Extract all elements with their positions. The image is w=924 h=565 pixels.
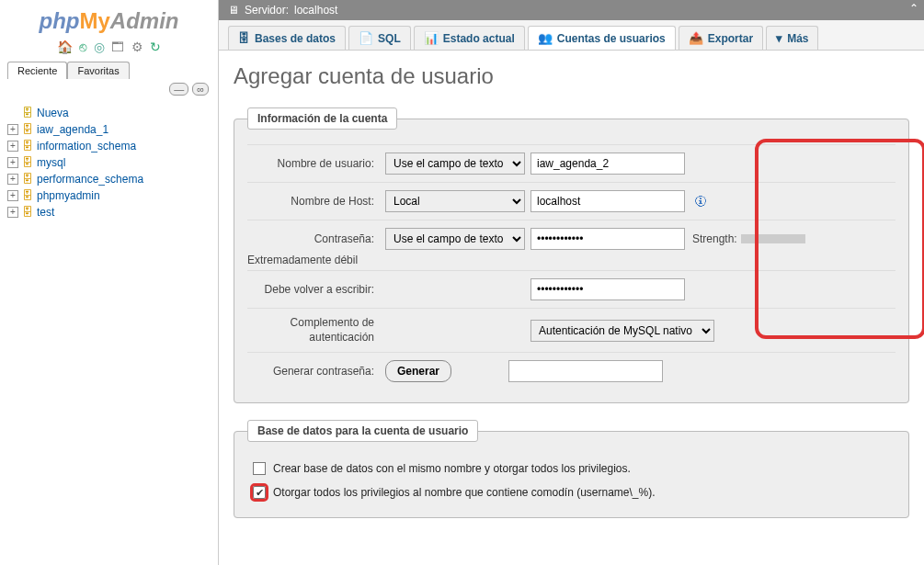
retype-label: Debe volver a escribir:: [247, 283, 385, 296]
query-icon[interactable]: 🗔: [111, 40, 124, 54]
tab-status[interactable]: Estado actual: [414, 26, 525, 50]
expand-icon[interactable]: +: [7, 174, 18, 185]
strength-text: Extremadamente débil: [247, 254, 895, 266]
grant-wildcard-label: Otorgar todos los privilegios al nombre …: [273, 486, 656, 499]
docs-icon[interactable]: ◎: [94, 40, 105, 54]
password-mode-select[interactable]: Use el campo de texto: [385, 228, 525, 250]
reload-icon[interactable]: ↻: [150, 40, 161, 54]
tab-user-accounts[interactable]: Cuentas de usuarios: [528, 26, 676, 50]
server-label: Servidor:: [245, 4, 289, 17]
expand-icon[interactable]: +: [7, 124, 18, 135]
host-input[interactable]: [530, 190, 685, 212]
create-db-checkbox[interactable]: [253, 462, 266, 475]
strength-meter: [741, 234, 805, 243]
logout-icon[interactable]: ⎋: [79, 40, 86, 54]
expand-icon[interactable]: +: [7, 207, 18, 218]
generate-password-button[interactable]: Generar: [385, 360, 451, 382]
username-mode-select[interactable]: Use el campo de texto: [385, 153, 525, 175]
authplugin-label: Complemento de autenticación: [247, 316, 385, 345]
grant-wildcard-checkbox[interactable]: ✔: [253, 486, 266, 499]
page-title: Agregar cuenta de usuario: [234, 63, 909, 89]
database-icon: 🗄: [22, 156, 33, 169]
expand-icon[interactable]: +: [7, 157, 18, 168]
host-label: Nombre de Host:: [247, 195, 385, 208]
username-input[interactable]: [530, 153, 685, 175]
db-tree: 🗄 Nueva +🗄iaw_agenda_1 +🗄information_sch…: [0, 101, 218, 224]
db-item[interactable]: +🗄performance_schema: [7, 171, 211, 187]
database-for-user-fieldset: Base de datos para la cuenta de usuario …: [234, 420, 909, 518]
chevron-down-icon: [776, 31, 782, 45]
sidebar: phpMyAdmin 🏠 ⎋ ◎ 🗔 ⚙ ↻ Reciente Favorita…: [0, 0, 219, 565]
collapse-tree-icon[interactable]: —: [169, 83, 188, 96]
retype-password-input[interactable]: [530, 278, 685, 300]
database-icon: [238, 31, 250, 45]
status-icon: [424, 31, 439, 45]
expand-icon[interactable]: +: [7, 141, 18, 152]
help-icon[interactable]: 🛈: [694, 194, 707, 209]
tab-more[interactable]: Más: [766, 26, 818, 50]
collapse-up-icon[interactable]: ⌃: [909, 2, 918, 15]
database-icon: 🗄: [22, 189, 33, 202]
database-icon: 🗄: [22, 123, 33, 136]
main: ← 🖥 Servidor: localhost ⌃ Bases de datos…: [219, 0, 924, 565]
tab-recent[interactable]: Reciente: [7, 62, 67, 79]
username-label: Nombre de usuario:: [247, 157, 385, 170]
password-input[interactable]: [530, 228, 685, 250]
account-info-legend: Información de la cuenta: [247, 107, 397, 130]
nav-tabs: Bases de datos SQL Estado actual Cuentas…: [219, 20, 924, 51]
authplugin-select[interactable]: Autenticación de MySQL nativo: [530, 320, 714, 342]
sidebar-toolbar: 🏠 ⎋ ◎ 🗔 ⚙ ↻: [0, 36, 218, 60]
users-icon: [538, 31, 553, 45]
database-icon: 🗄: [22, 173, 33, 186]
db-item[interactable]: +🗄iaw_agenda_1: [7, 121, 211, 138]
strength-label: Strength:: [692, 232, 737, 245]
account-info-fieldset: Información de la cuenta Nombre de usuar…: [234, 107, 909, 403]
database-icon: 🗄: [22, 206, 33, 219]
new-db-icon: 🗄: [22, 107, 33, 119]
link-icon[interactable]: ∞: [192, 83, 209, 96]
db-item[interactable]: +🗄test: [7, 204, 211, 220]
db-item[interactable]: +🗄mysql: [7, 154, 211, 171]
server-bar: 🖥 Servidor: localhost ⌃: [219, 0, 924, 20]
home-icon[interactable]: 🏠: [57, 40, 73, 54]
export-icon: [689, 31, 703, 45]
password-label: Contraseña:: [247, 232, 385, 245]
genpass-label: Generar contraseña:: [247, 365, 385, 378]
tab-favorites[interactable]: Favoritas: [67, 62, 129, 79]
tab-export[interactable]: Exportar: [679, 26, 763, 50]
content: Agregar cuenta de usuario Información de…: [219, 51, 924, 565]
server-icon: 🖥: [228, 4, 239, 17]
database-for-user-legend: Base de datos para la cuenta de usuario: [247, 420, 478, 442]
db-item[interactable]: +🗄information_schema: [7, 138, 211, 154]
tab-sql[interactable]: SQL: [348, 26, 411, 50]
db-item[interactable]: +🗄phpmyadmin: [7, 187, 211, 204]
create-db-label: Crear base de datos con el mismo nombre …: [273, 462, 631, 475]
sql-icon: [359, 31, 373, 45]
logo[interactable]: phpMyAdmin: [0, 5, 218, 36]
tab-databases[interactable]: Bases de datos: [228, 26, 346, 50]
database-icon: 🗄: [22, 140, 33, 153]
new-database[interactable]: 🗄 Nueva: [7, 105, 211, 121]
settings-icon[interactable]: ⚙: [131, 40, 143, 54]
generated-password-input[interactable]: [508, 360, 663, 382]
expand-icon[interactable]: +: [7, 190, 18, 201]
sidebar-tabs: Reciente Favoritas: [0, 60, 218, 81]
host-mode-select[interactable]: Local: [385, 190, 525, 212]
server-name: localhost: [294, 4, 337, 17]
